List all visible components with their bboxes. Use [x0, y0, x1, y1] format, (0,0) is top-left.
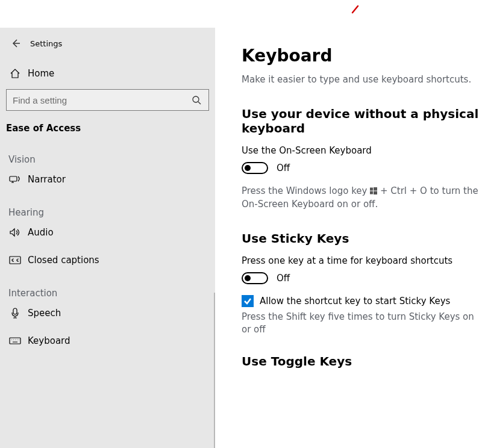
svg-rect-2 — [10, 257, 20, 264]
settings-app: Settings Home Ease of Access Vision — [0, 0, 482, 448]
osk-hint: Press the Windows logo key + Ctrl + O to… — [242, 185, 482, 211]
sidebar-item-label: Closed captions — [28, 255, 99, 266]
sidebar-item-keyboard[interactable]: Keyboard — [0, 330, 215, 352]
checkmark-icon — [243, 297, 252, 305]
back-arrow-icon — [11, 39, 20, 48]
svg-rect-1 — [10, 176, 17, 181]
section-title-sticky: Use Sticky Keys — [242, 231, 482, 246]
section-title-toggle-keys: Use Toggle Keys — [242, 354, 482, 369]
sidebar-item-home[interactable]: Home — [0, 63, 215, 84]
toggle-knob — [245, 165, 251, 171]
svg-rect-3 — [13, 308, 17, 314]
sidebar-item-speech[interactable]: Speech — [0, 302, 215, 324]
sticky-hint: Press the Shift key five times to turn S… — [242, 311, 482, 336]
osk-toggle-row: Off — [242, 162, 482, 174]
back-button[interactable] — [5, 39, 27, 48]
sidebar-item-label: Speech — [28, 308, 61, 319]
sidebar-title: Settings — [30, 39, 62, 48]
scroll-indicator — [214, 293, 215, 448]
osk-toggle-state: Off — [277, 163, 290, 173]
sidebar-item-narrator[interactable]: Narrator — [0, 169, 215, 190]
sticky-toggle-state: Off — [277, 273, 290, 284]
svg-rect-6 — [374, 187, 377, 191]
page-title: Keyboard — [242, 46, 482, 66]
sticky-shortcut-label: Allow the shortcut key to start Sticky K… — [260, 296, 450, 306]
svg-rect-8 — [374, 191, 377, 195]
narrator-icon — [8, 175, 22, 184]
sidebar-item-audio[interactable]: Audio — [0, 222, 215, 243]
sticky-shortcut-checkbox[interactable] — [242, 295, 254, 307]
sidebar-item-label: Keyboard — [28, 335, 70, 346]
sticky-toggle[interactable] — [242, 272, 268, 284]
sticky-label: Press one key at a time for keyboard sho… — [242, 255, 482, 266]
sidebar-item-label: Narrator — [28, 174, 66, 185]
sidebar-header: Settings — [0, 37, 215, 60]
toggle-knob — [245, 275, 251, 281]
audio-icon — [8, 228, 22, 237]
sticky-toggle-row: Off — [242, 272, 482, 284]
sticky-shortcut-row: Allow the shortcut key to start Sticky K… — [242, 295, 482, 307]
page-subtitle: Make it easier to type and use keyboard … — [242, 74, 482, 85]
sidebar-group-vision: Vision — [0, 138, 215, 169]
osk-hint-pre: Press the Windows logo key — [242, 185, 370, 196]
sidebar-group-hearing: Hearing — [0, 191, 215, 222]
sidebar-home-label: Home — [28, 68, 54, 79]
svg-rect-5 — [370, 188, 373, 191]
section-title-osk: Use your device without a physical keybo… — [242, 107, 482, 135]
keyboard-icon — [8, 337, 22, 344]
svg-rect-4 — [10, 338, 20, 344]
speech-icon — [8, 308, 22, 319]
sidebar-group-interaction: Interaction — [0, 272, 215, 302]
svg-point-0 — [193, 96, 199, 102]
closed-captions-icon — [8, 256, 22, 264]
search-icon — [184, 95, 208, 105]
sidebar-item-label: Audio — [28, 227, 54, 238]
main-content: Keyboard Make it easier to type and use … — [215, 28, 482, 448]
sidebar-category-label: Ease of Access — [0, 119, 215, 138]
osk-label: Use the On-Screen Keyboard — [242, 145, 482, 156]
osk-toggle[interactable] — [242, 162, 268, 174]
sidebar: Settings Home Ease of Access Vision — [0, 28, 215, 448]
home-icon — [8, 68, 22, 79]
sidebar-item-closed-captions[interactable]: Closed captions — [0, 249, 215, 271]
search-input[interactable] — [7, 95, 184, 105]
windows-logo-icon — [370, 185, 377, 198]
svg-rect-7 — [370, 191, 373, 194]
search-box[interactable] — [6, 89, 209, 111]
